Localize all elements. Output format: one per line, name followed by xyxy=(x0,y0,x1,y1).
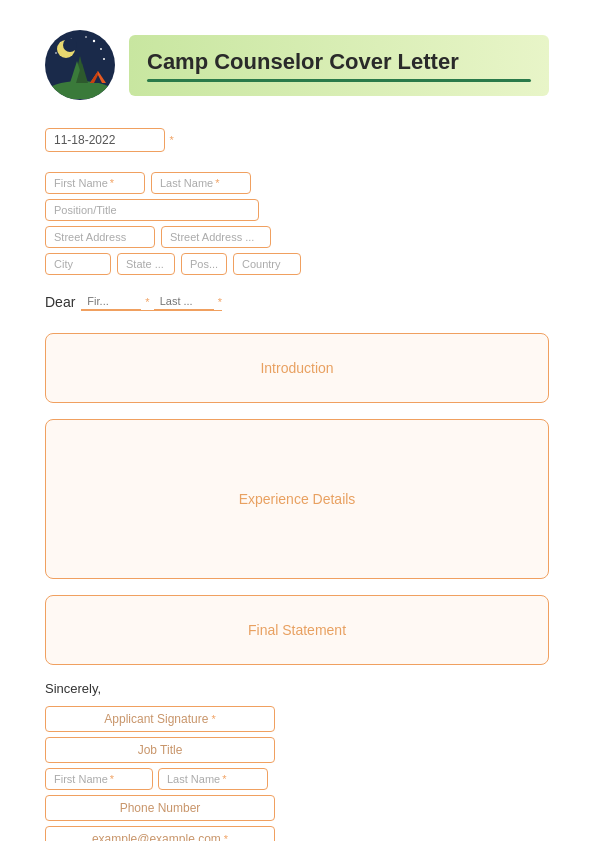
sig-fn-placeholder: First Name xyxy=(54,773,108,785)
logo xyxy=(45,30,115,100)
street2-field[interactable]: Street Address ... xyxy=(161,226,271,248)
sig-name-row: First Name * Last Name * xyxy=(45,768,285,790)
sincerely-label: Sincerely, xyxy=(45,681,549,696)
first-name-field[interactable]: First Name * xyxy=(45,172,145,194)
postal-field[interactable]: Pos... xyxy=(181,253,227,275)
last-name-field[interactable]: Last Name * xyxy=(151,172,251,194)
svg-point-9 xyxy=(63,38,77,52)
dear-first-star: * xyxy=(145,296,149,308)
postal-placeholder: Pos... xyxy=(190,258,218,270)
svg-point-7 xyxy=(85,36,87,38)
dear-first-input[interactable] xyxy=(81,293,141,310)
dear-label: Dear xyxy=(45,294,75,310)
svg-point-4 xyxy=(100,48,102,50)
dear-last-star: * xyxy=(218,296,222,308)
svg-point-3 xyxy=(93,40,95,42)
date-row: * xyxy=(45,128,549,152)
final-statement-block[interactable]: Final Statement xyxy=(45,595,549,665)
job-title-field[interactable]: Job Title xyxy=(45,737,275,763)
header-underline xyxy=(147,79,531,82)
page: Camp Counselor Cover Letter * First Name… xyxy=(0,0,594,841)
sig-fn-star: * xyxy=(110,773,114,785)
email-placeholder: example@example.com xyxy=(92,832,221,841)
street2-placeholder: Street Address ... xyxy=(170,231,254,243)
email-field[interactable]: example@example.com * xyxy=(45,826,275,841)
date-input[interactable] xyxy=(45,128,165,152)
experience-block[interactable]: Experience Details xyxy=(45,419,549,579)
header: Camp Counselor Cover Letter xyxy=(45,30,549,100)
position-field[interactable]: Position/Title xyxy=(45,199,259,221)
street1-field[interactable]: Street Address xyxy=(45,226,155,248)
sig-ln-placeholder: Last Name xyxy=(167,773,220,785)
sig-first-name-field[interactable]: First Name * xyxy=(45,768,153,790)
job-title-placeholder: Job Title xyxy=(138,743,183,757)
phone-placeholder: Phone Number xyxy=(120,801,201,815)
date-required-star: * xyxy=(169,134,173,146)
position-row: Position/Title xyxy=(45,199,549,221)
city-placeholder: City xyxy=(54,258,73,270)
ln-star: * xyxy=(215,177,219,189)
first-name-placeholder: First Name xyxy=(54,177,108,189)
svg-point-6 xyxy=(103,58,105,60)
address-section: First Name * Last Name * Position/Title … xyxy=(45,172,549,275)
country-placeholder: Country xyxy=(242,258,281,270)
position-placeholder: Position/Title xyxy=(54,204,117,216)
city-row: City State ... Pos... Country xyxy=(45,253,549,275)
page-title: Camp Counselor Cover Letter xyxy=(147,49,531,75)
email-star: * xyxy=(224,833,228,841)
state-field[interactable]: State ... xyxy=(117,253,175,275)
dear-last-input[interactable] xyxy=(154,293,214,310)
name-row: First Name * Last Name * xyxy=(45,172,549,194)
applicant-signature-field[interactable]: Applicant Signature * xyxy=(45,706,275,732)
svg-point-5 xyxy=(55,52,57,54)
experience-label: Experience Details xyxy=(239,491,356,507)
phone-field[interactable]: Phone Number xyxy=(45,795,275,821)
applicant-sig-placeholder: Applicant Signature xyxy=(104,712,208,726)
final-label: Final Statement xyxy=(248,622,346,638)
fn-star: * xyxy=(110,177,114,189)
dear-row: Dear * * xyxy=(45,293,549,311)
last-name-placeholder: Last Name xyxy=(160,177,213,189)
street1-placeholder: Street Address xyxy=(54,231,126,243)
introduction-label: Introduction xyxy=(260,360,333,376)
country-field[interactable]: Country xyxy=(233,253,301,275)
street-row: Street Address Street Address ... xyxy=(45,226,549,248)
header-title-bar: Camp Counselor Cover Letter xyxy=(129,35,549,96)
state-placeholder: State ... xyxy=(126,258,164,270)
sig-star: * xyxy=(211,713,215,725)
introduction-block[interactable]: Introduction xyxy=(45,333,549,403)
sig-ln-star: * xyxy=(222,773,226,785)
city-field[interactable]: City xyxy=(45,253,111,275)
signature-section: Applicant Signature * Job Title First Na… xyxy=(45,706,285,841)
sig-last-name-field[interactable]: Last Name * xyxy=(158,768,268,790)
